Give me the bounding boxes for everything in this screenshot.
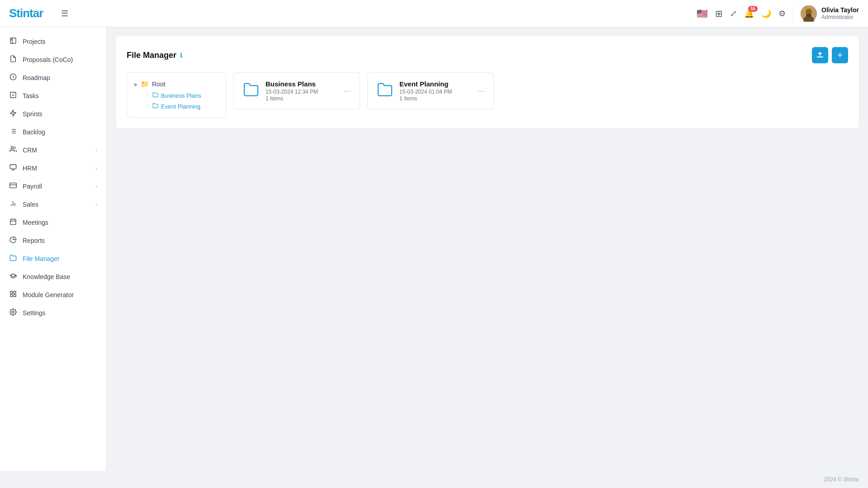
folder-card-name: Business Plans [266, 80, 337, 88]
tree-root-label: Root [152, 81, 166, 88]
footer: 2024 © Stintar [0, 471, 868, 488]
tree-root[interactable]: ▶ 📁 Root [134, 80, 218, 88]
tree-child-event-planning[interactable]: └ Event Planning [145, 103, 218, 110]
projects-icon [9, 37, 17, 46]
sidebar-item-sprints[interactable]: Sprints [0, 105, 106, 123]
sprints-icon [9, 109, 17, 118]
sidebar-item-knowledgebase[interactable]: Knowledge Base [0, 268, 106, 286]
sidebar-item-filemanager[interactable]: File Manager [0, 250, 106, 268]
sidebar-label-payroll: Payroll [23, 183, 90, 190]
settings-icon[interactable]: ⚙ [778, 9, 786, 19]
svg-point-3 [806, 14, 811, 17]
chevron-icon: › [95, 166, 97, 171]
sidebar-label-sprints: Sprints [23, 110, 97, 118]
notification-icon[interactable]: 🔔 55 [744, 9, 754, 19]
user-details: Olivia Taylor Administrator [821, 6, 859, 20]
sidebar-label-tasks: Tasks [23, 92, 97, 99]
svg-point-31 [12, 311, 14, 313]
notification-badge: 55 [748, 6, 758, 12]
logo[interactable]: Stintar [9, 6, 43, 20]
sidebar-item-payroll[interactable]: Payroll › [0, 177, 106, 195]
folder-card-event-planning[interactable]: Event Planning 15-03-2024 01:04 PM 1 Ite… [367, 72, 494, 109]
copyright: 2024 © Stintar [824, 476, 859, 483]
header-right: 🇺🇸 ⊞ ⤢ 🔔 55 🌙 ⚙ Olivia Taylor Administra… [697, 5, 859, 22]
info-icon[interactable]: ℹ [180, 52, 182, 59]
tree-child-business-plans[interactable]: └ Business Plans [145, 92, 218, 99]
folder-card-date: 15-03-2024 01:04 PM [399, 89, 471, 95]
svg-marker-7 [10, 110, 16, 116]
sidebar-label-meetings: Meetings [23, 219, 97, 226]
tree-connector: └ [145, 104, 149, 109]
folder-card-menu[interactable]: ··· [478, 86, 484, 96]
chevron-icon: › [95, 147, 97, 153]
sidebar-label-modulegenerator: Module Generator [23, 291, 97, 298]
tree-connector: └ [145, 93, 149, 98]
avatar [801, 5, 817, 22]
sidebar-item-sales[interactable]: Sales › [0, 195, 106, 213]
svg-rect-18 [10, 183, 17, 188]
sidebar-item-settings[interactable]: Settings [0, 304, 106, 322]
sidebar-item-hrm[interactable]: HRM › [0, 159, 106, 177]
folder-card-menu[interactable]: ··· [344, 86, 351, 96]
sidebar-label-settings: Settings [23, 309, 97, 317]
tree-folder-icon: 📁 [141, 80, 149, 88]
sidebar-item-roadmap[interactable]: Roadmap [0, 69, 106, 87]
apps-icon[interactable]: ⊞ [715, 8, 723, 19]
svg-rect-27 [10, 291, 13, 294]
svg-rect-23 [10, 219, 16, 225]
sidebar-label-sales: Sales [23, 201, 90, 208]
sidebar-item-meetings[interactable]: Meetings [0, 213, 106, 232]
sidebar-item-crm[interactable]: CRM › [0, 141, 106, 159]
svg-rect-29 [14, 294, 16, 297]
sidebar-item-reports[interactable]: Reports [0, 232, 106, 250]
sidebar-label-reports: Reports [23, 237, 97, 244]
add-button[interactable]: + [832, 47, 848, 63]
hamburger-icon[interactable]: ☰ [61, 9, 68, 19]
expand-icon[interactable]: ⤢ [730, 9, 737, 19]
upload-button[interactable] [812, 47, 828, 63]
sidebar-item-projects[interactable]: Projects [0, 33, 106, 51]
tasks-icon [9, 91, 17, 100]
svg-rect-28 [14, 291, 16, 294]
fm-content: ▶ 📁 Root └ Business Plans └ Event Planni… [127, 72, 848, 118]
folder-card-icon [377, 81, 393, 101]
svg-rect-30 [10, 294, 13, 297]
sidebar-nav: Projects Proposals (CoCo) Roadmap Tasks … [0, 27, 106, 471]
hrm-icon [9, 164, 17, 173]
user-info[interactable]: Olivia Taylor Administrator [793, 5, 859, 22]
folder-card-info: Event Planning 15-03-2024 01:04 PM 1 Ite… [399, 80, 471, 102]
crm-icon [9, 146, 17, 155]
folder-card-items: 1 Items [266, 95, 337, 102]
user-role: Administrator [821, 14, 859, 20]
dark-mode-icon[interactable]: 🌙 [761, 9, 771, 19]
sidebar: Projects Proposals (CoCo) Roadmap Tasks … [0, 27, 107, 471]
svg-point-14 [11, 147, 13, 149]
sidebar-item-modulegenerator[interactable]: Module Generator [0, 286, 106, 304]
svg-rect-4 [10, 38, 16, 43]
fm-title: File Manager [127, 51, 176, 60]
fm-actions: + [812, 47, 848, 63]
sidebar-item-tasks[interactable]: Tasks [0, 87, 106, 105]
folder-card-business-plans[interactable]: Business Plans 15-03-2024 12:34 PM 1 Ite… [233, 72, 360, 109]
flag-icon[interactable]: 🇺🇸 [697, 8, 708, 19]
sidebar-label-proposals: Proposals (CoCo) [23, 56, 97, 63]
fm-title-row: File Manager ℹ [127, 51, 182, 60]
header-left: Stintar ☰ [9, 6, 68, 20]
folder-card-info: Business Plans 15-03-2024 12:34 PM 1 Ite… [266, 80, 337, 102]
svg-rect-15 [10, 165, 16, 169]
folder-card-icon [243, 81, 259, 101]
user-name: Olivia Taylor [821, 6, 859, 14]
file-manager-card: File Manager ℹ + [116, 36, 859, 128]
sidebar-label-crm: CRM [23, 147, 90, 154]
sidebar-item-backlog[interactable]: Backlog [0, 123, 106, 141]
folder-card-name: Event Planning [399, 80, 471, 88]
roadmap-icon [9, 73, 17, 82]
folder-cards: Business Plans 15-03-2024 12:34 PM 1 Ite… [233, 72, 494, 109]
tree-child-folder-icon [152, 92, 158, 99]
sidebar-label-roadmap: Roadmap [23, 74, 97, 81]
sidebar-item-proposals[interactable]: Proposals (CoCo) [0, 51, 106, 69]
folder-card-items: 1 Items [399, 95, 471, 102]
logo-text: Stintar [9, 6, 43, 20]
backlog-icon [9, 128, 17, 137]
header: Stintar ☰ 🇺🇸 ⊞ ⤢ 🔔 55 🌙 ⚙ [0, 0, 868, 27]
